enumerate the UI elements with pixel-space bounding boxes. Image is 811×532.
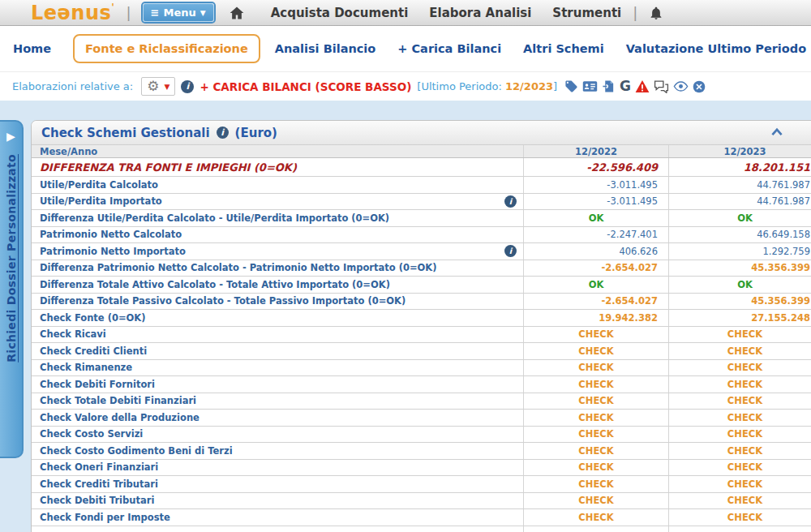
carica-bilanci-alert-link[interactable]: + CARICA BILANCI (SCORE BASSO) bbox=[200, 80, 411, 93]
alert-triangle-icon[interactable] bbox=[635, 79, 650, 93]
row-label: DIFFERENZA TRA FONTI E IMPIEGHI (0=OK) bbox=[32, 158, 524, 176]
table-header-row: Mese/Anno 12/2022 12/2023 bbox=[32, 145, 811, 158]
topnav-strumenti[interactable]: Strumenti bbox=[552, 6, 621, 20]
info-icon[interactable]: i bbox=[181, 80, 194, 93]
table-row-utile-perdita-importato: Utile/Perdita Importatoi-3.011.49544.761… bbox=[32, 194, 811, 211]
richiedi-dossier-label[interactable]: Richiedi Dossier Personalizzato bbox=[5, 154, 18, 363]
tab-valutazione-ultimo-periodo[interactable]: Valutazione Ultimo Periodo bbox=[626, 42, 806, 55]
value-2023: 46.649.158 bbox=[669, 227, 811, 243]
column-header-2022: 12/2022 bbox=[524, 145, 669, 157]
value-2022: OK bbox=[524, 277, 669, 293]
row-label: Check Crediti Tributari bbox=[32, 476, 524, 492]
leanus-logo[interactable]: Leənus' bbox=[31, 2, 115, 24]
value-2023: 18.201.151 bbox=[669, 158, 811, 176]
value-2022: -2.247.401 bbox=[524, 227, 669, 243]
row-label: Check Debiti Tributari bbox=[32, 493, 524, 509]
value-2023: CHECK bbox=[669, 443, 811, 459]
table-row-check-totale-debiti-finanziari: Check Totale Debiti FinanziariCHECKCHECK bbox=[32, 393, 811, 410]
value-2022: -2.654.027 bbox=[524, 294, 669, 310]
hamburger-icon: ≡ bbox=[151, 6, 160, 19]
value-2023: CHECK bbox=[669, 509, 811, 526]
value-2022: CHECK bbox=[524, 360, 669, 376]
tab-fonte-e-riclassificazione[interactable]: Fonte e Riclassificazione bbox=[73, 34, 260, 63]
elaborations-toolbar: Elaborazioni relative a: ⚙ ▼ i + CARICA … bbox=[0, 72, 811, 101]
value-2022: OK bbox=[524, 210, 669, 226]
arrow-right-icon: ▶ bbox=[6, 130, 15, 143]
panel-title: Check Schemi Gestionali bbox=[41, 126, 210, 140]
google-icon[interactable]: G bbox=[620, 79, 631, 93]
table-row-check-costo-servizi: Check Costo ServiziCHECKCHECK bbox=[32, 427, 811, 444]
row-label: Check Fonte (0=OK) bbox=[32, 310, 524, 326]
value-2022: CHECK bbox=[524, 343, 669, 359]
topnav-elabora-analisi[interactable]: Elabora Analisi bbox=[429, 6, 531, 20]
value-2023: CHECK bbox=[669, 360, 811, 376]
value-2023: OK bbox=[669, 277, 811, 293]
table-row-patrimonio-netto-calcolato: Patrimonio Netto Calcolato-2.247.40146.6… bbox=[32, 227, 811, 244]
value-2022: CHECK bbox=[524, 327, 669, 343]
value-2022: CHECK bbox=[524, 410, 669, 426]
chat-icon[interactable] bbox=[654, 79, 669, 93]
tab-analisi-bilancio[interactable]: Analisi Bilancio bbox=[275, 42, 376, 55]
table-row-check-debiti-fornitori: Check Debiti FornitoriCHECKCHECK bbox=[32, 376, 811, 393]
tag-icon[interactable] bbox=[564, 79, 578, 93]
elaborations-label: Elaborazioni relative a: bbox=[12, 80, 133, 92]
divider: | bbox=[633, 4, 637, 21]
row-label: Check Debiti Fornitori bbox=[32, 376, 524, 393]
tab-carica-bilanci[interactable]: + Carica Bilanci bbox=[397, 42, 501, 55]
row-label: Check Rimanenze bbox=[32, 360, 524, 376]
value-2022: CHECK bbox=[524, 493, 669, 509]
bell-icon[interactable] bbox=[649, 6, 663, 20]
value-2022: 406.626 bbox=[524, 243, 669, 260]
panel-unit: (Euro) bbox=[235, 126, 277, 140]
home-icon[interactable] bbox=[229, 5, 245, 21]
row-label: Utile/Perdita Importatoi bbox=[32, 194, 524, 210]
value-2023: 45.356.399 bbox=[669, 294, 811, 310]
topnav-acquista-documenti[interactable]: Acquista Documenti bbox=[271, 6, 409, 20]
menu-button[interactable]: ≡ Menu ▼ bbox=[143, 3, 214, 22]
info-icon[interactable]: i bbox=[217, 127, 229, 139]
value-2022: CHECK bbox=[524, 376, 669, 393]
row-label: Patrimonio Netto Calcolato bbox=[32, 227, 524, 243]
value-2022: -3.011.495 bbox=[524, 177, 669, 193]
value-2023: CHECK bbox=[669, 476, 811, 492]
value-2022: CHECK bbox=[524, 460, 669, 476]
close-circle-icon[interactable] bbox=[693, 80, 706, 93]
table-body: DIFFERENZA TRA FONTI E IMPIEGHI (0=OK)-2… bbox=[32, 158, 811, 532]
table-row-differenza-patrimonio-netto-calcolato-patrimonio-netto-importato-0-ok: Differenza Patrimonio Netto Calcolato - … bbox=[32, 260, 811, 277]
eye-icon[interactable] bbox=[673, 80, 689, 92]
id-card-icon[interactable] bbox=[582, 79, 598, 93]
row-label bbox=[32, 526, 524, 532]
settings-dropdown[interactable]: ⚙ ▼ bbox=[141, 77, 175, 96]
row-label: Differenza Totale Attivo Calcolato - Tot… bbox=[32, 277, 524, 293]
check-schemi-panel: Check Schemi Gestionali i (Euro) Mese/An… bbox=[31, 120, 811, 532]
row-label: Check Costo Godimento Beni di Terzi bbox=[32, 443, 524, 459]
row-label: Check Ricavi bbox=[32, 327, 524, 343]
value-2023: CHECK bbox=[669, 410, 811, 426]
top-menu-bar: Leənus' | ≡ Menu ▼ Acquista DocumentiEla… bbox=[0, 0, 811, 26]
collapse-chevron-icon[interactable] bbox=[770, 127, 783, 137]
value-2022 bbox=[524, 526, 669, 532]
table-row-check-fondi-per-imposte: Check Fondi per ImposteCHECKCHECK bbox=[32, 509, 811, 526]
value-2022: -3.011.495 bbox=[524, 194, 669, 210]
table-row-row bbox=[32, 526, 811, 532]
row-label: Check Crediti Clienti bbox=[32, 343, 524, 359]
value-2022: CHECK bbox=[524, 509, 669, 526]
value-2023: CHECK bbox=[669, 427, 811, 443]
value-2023: CHECK bbox=[669, 493, 811, 509]
value-2023: CHECK bbox=[669, 376, 811, 393]
row-label: Check Costo Servizi bbox=[32, 427, 524, 443]
divider: | bbox=[127, 4, 131, 21]
table-row-check-crediti-tributari: Check Crediti TributariCHECKCHECK bbox=[32, 476, 811, 493]
value-2023: 1.292.759 bbox=[669, 243, 811, 260]
info-icon[interactable]: i bbox=[504, 245, 517, 257]
value-2023: OK bbox=[669, 210, 811, 226]
value-2022: CHECK bbox=[524, 476, 669, 492]
tab-altri-schemi[interactable]: Altri Schemi bbox=[523, 42, 604, 55]
column-header-mese-anno: Mese/Anno bbox=[32, 145, 524, 157]
info-icon[interactable]: i bbox=[504, 195, 517, 208]
tab-home[interactable]: Home bbox=[13, 42, 51, 55]
export-icon[interactable] bbox=[602, 79, 616, 93]
richiedi-dossier-tab[interactable]: ▶ Richiedi Dossier Personalizzato bbox=[0, 120, 24, 458]
period-value: 12/2023 bbox=[505, 80, 553, 92]
row-label: Differenza Totale Passivo Calcolato - To… bbox=[32, 294, 524, 310]
